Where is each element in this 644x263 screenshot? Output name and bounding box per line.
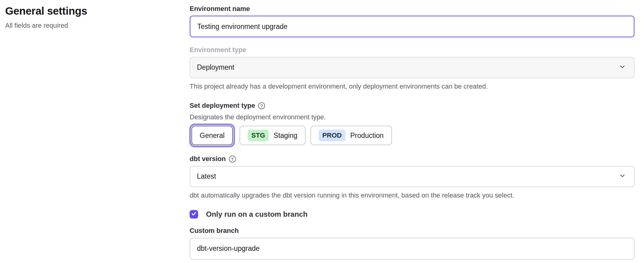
deployment-type-general-button[interactable]: General	[191, 126, 233, 145]
deployment-type-staging-button[interactable]: STG Staging	[240, 126, 306, 145]
production-button-label: Production	[350, 132, 384, 140]
deployment-type-production-button[interactable]: PROD Production	[310, 126, 392, 145]
custom-branch-label: Custom branch	[190, 227, 239, 235]
production-badge: PROD	[319, 130, 345, 141]
general-button-label: General	[200, 132, 225, 140]
deployment-type-options: General STG Staging PROD Production	[190, 126, 635, 145]
custom-branch-checkbox[interactable]	[190, 210, 198, 219]
custom-branch-checkbox-label: Only run on a custom branch	[206, 210, 307, 219]
deployment-type-label-row: Set deployment type ?	[190, 102, 635, 110]
chevron-down-icon	[619, 63, 626, 72]
environment-type-label: Environment type	[190, 46, 246, 54]
environment-name-input[interactable]	[190, 16, 635, 37]
environment-type-value: Deployment	[197, 63, 234, 72]
help-icon[interactable]: ?	[258, 102, 265, 109]
dbt-version-label-row: dbt version ?	[190, 155, 635, 163]
environment-type-select[interactable]: Deployment	[190, 57, 635, 78]
chevron-down-icon	[619, 172, 626, 181]
environment-type-field: Environment type Deployment This project…	[190, 46, 635, 91]
deployment-type-label: Set deployment type	[190, 102, 255, 110]
custom-branch-checkbox-row[interactable]: Only run on a custom branch	[190, 210, 635, 219]
checkmark-icon	[191, 211, 197, 218]
environment-type-helper: This project already has a development e…	[190, 82, 635, 91]
dbt-version-helper: dbt automatically upgrades the dbt versi…	[190, 191, 635, 200]
settings-header: General settings All fields are required	[0, 0, 190, 263]
staging-badge: STG	[248, 130, 269, 141]
dbt-version-field: dbt version ? Latest dbt automatically u…	[190, 155, 635, 200]
environment-name-label: Environment name	[190, 5, 250, 13]
dbt-version-label: dbt version	[190, 155, 226, 163]
page-subtitle: All fields are required	[5, 22, 190, 30]
custom-branch-input[interactable]	[190, 238, 635, 260]
dbt-version-select[interactable]: Latest	[190, 166, 635, 187]
deployment-type-helper: Designates the deployment environment ty…	[190, 113, 635, 122]
environment-settings-page: General settings All fields are required…	[0, 0, 644, 263]
staging-button-label: Staging	[274, 132, 297, 140]
dbt-version-value: Latest	[197, 172, 216, 181]
page-title: General settings	[5, 5, 190, 17]
help-icon[interactable]: ?	[229, 156, 236, 163]
environment-name-field: Environment name	[190, 5, 635, 37]
custom-branch-field: Custom branch	[190, 227, 635, 259]
environment-settings-form: Environment name Environment type Deploy…	[190, 0, 644, 263]
deployment-type-field: Set deployment type ? Designates the dep…	[190, 102, 635, 145]
